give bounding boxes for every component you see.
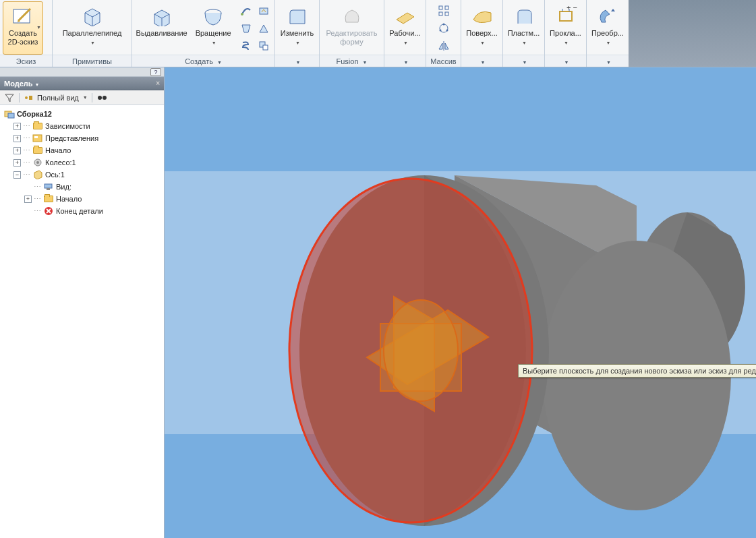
help-icon[interactable]: ?: [150, 68, 161, 76]
expander[interactable]: +: [13, 159, 21, 167]
surface-button[interactable]: Поверх...: [462, 1, 502, 55]
panel-caption-create[interactable]: Создать: [132, 55, 274, 67]
loft-icon: [240, 22, 252, 34]
browser-close-button[interactable]: ×: [156, 80, 160, 87]
expander[interactable]: +: [13, 135, 21, 142]
plastic-icon: [513, 5, 535, 28]
transform-button[interactable]: Преобр...: [587, 1, 628, 55]
svg-rect-8: [439, 12, 442, 16]
sweep-icon: [240, 5, 252, 17]
mirror-button[interactable]: [436, 38, 452, 54]
svg-rect-27: [47, 188, 50, 190]
tree-node-wheel[interactable]: +⋯Колесо:1: [1, 156, 163, 169]
plastic-button[interactable]: Пластм...: [504, 1, 544, 55]
find-icon[interactable]: [96, 93, 107, 102]
coil-button[interactable]: [238, 38, 254, 54]
panel-surface: Поверх...: [461, 0, 503, 67]
browser-titlebar[interactable]: Модель ×: [0, 77, 164, 90]
circ-array-button[interactable]: [436, 20, 452, 36]
create-2d-sketch-label: Создать 2D-эскиз: [8, 29, 38, 46]
browser-toolbar: Полный вид ▼: [0, 90, 164, 105]
panel-caption-transform[interactable]: [587, 55, 629, 67]
gasket-label: Прокла...: [550, 29, 581, 37]
gasket-button[interactable]: + − Прокла...: [546, 1, 586, 55]
svg-point-2: [241, 13, 243, 16]
model-browser: ? Модель × Полный вид ▼ Сборка12 +⋯Завис…: [0, 67, 165, 538]
revolve-label: Вращение: [196, 29, 231, 37]
filter-icon[interactable]: [4, 92, 15, 103]
tree-node-axis[interactable]: −⋯Ось:1: [1, 169, 163, 181]
edit-form-button: Редактировать форму: [322, 1, 381, 55]
loft-button[interactable]: [238, 20, 254, 36]
panel-caption-gasket[interactable]: [545, 55, 586, 67]
browser-help-bar: ?: [0, 67, 164, 77]
folder-icon: [32, 121, 43, 131]
part-icon: [32, 158, 43, 167]
expander[interactable]: +: [13, 147, 21, 154]
svg-rect-23: [34, 136, 38, 138]
svg-point-16: [25, 96, 28, 99]
svg-rect-21: [8, 113, 14, 118]
expander[interactable]: −: [13, 171, 21, 179]
create-2d-sketch-button[interactable]: Создать 2D-эскиз ▼: [3, 1, 43, 55]
work-features-button[interactable]: Рабочи...: [385, 1, 426, 55]
edit-form-label: Редактировать форму: [326, 29, 378, 46]
svg-text:+ −: + −: [566, 6, 577, 11]
revolve-button[interactable]: Вращение: [190, 1, 237, 55]
repr-icon: [32, 133, 43, 143]
3d-viewport[interactable]: Выберите плоскость для создания нового э…: [165, 67, 756, 538]
tree-node-deps[interactable]: +⋯Зависимости: [1, 120, 163, 132]
box-primitive-button[interactable]: Параллелепипед: [58, 1, 127, 55]
rib-icon: [258, 22, 270, 34]
tree-node-origin2[interactable]: +⋯Начало: [1, 193, 163, 205]
surface-label: Поверх...: [466, 29, 498, 37]
panel-caption-plastic[interactable]: [503, 55, 544, 67]
panel-caption-fusion[interactable]: Fusion: [320, 55, 384, 67]
edit-form-icon: [341, 5, 364, 28]
svg-rect-7: [445, 6, 448, 9]
tree-root[interactable]: Сборка12: [1, 108, 163, 120]
panel-work: Рабочи...: [384, 0, 426, 67]
circ-array-icon: [438, 22, 450, 34]
transform-icon: [596, 5, 619, 28]
extrude-label: Выдавливание: [136, 29, 187, 38]
derive-button[interactable]: [256, 38, 272, 54]
tree-node-view[interactable]: ⋯Вид:: [1, 181, 163, 193]
extrude-button[interactable]: Выдавливание: [135, 1, 188, 55]
panel-caption-sketch: Эскиз: [0, 55, 52, 67]
folder-icon: [32, 146, 43, 155]
assembly-icon: [4, 109, 15, 119]
expander[interactable]: +: [24, 196, 32, 203]
plastic-label: Пластм...: [508, 29, 540, 37]
tree-node-origin[interactable]: +⋯Начало: [1, 144, 163, 156]
derive-icon: [258, 40, 270, 52]
tree-node-endpart[interactable]: ⋯Конец детали: [1, 205, 163, 217]
panel-caption-work[interactable]: [384, 55, 426, 67]
panel-gasket: + − Прокла...: [545, 0, 587, 67]
svg-rect-26: [45, 184, 52, 188]
gasket-icon: + −: [554, 5, 577, 28]
folder-icon: [43, 194, 54, 204]
expander[interactable]: +: [13, 123, 21, 130]
panel-create: Выдавливание Вращение Создать: [132, 0, 275, 67]
part-icon: [32, 170, 43, 179]
revolve-icon: [202, 5, 225, 28]
svg-rect-6: [439, 6, 442, 9]
modify-button[interactable]: Изменить: [277, 1, 318, 55]
rect-array-button[interactable]: [436, 3, 452, 19]
panel-caption-surface[interactable]: [461, 55, 502, 67]
svg-point-13: [439, 29, 441, 31]
3d-model-canvas: [165, 67, 756, 538]
svg-point-25: [36, 161, 39, 164]
tree-node-repr[interactable]: +⋯Представления: [1, 132, 163, 144]
sweep-button[interactable]: [238, 3, 254, 19]
panel-caption-modify[interactable]: [275, 55, 319, 67]
svg-rect-17: [29, 96, 32, 100]
view-mode-icon[interactable]: [24, 93, 33, 102]
emboss-button[interactable]: [256, 3, 272, 19]
rect-array-icon: [438, 5, 450, 17]
view-mode-label[interactable]: Полный вид: [37, 94, 79, 102]
rib-button[interactable]: [256, 20, 272, 36]
fillet-icon: [286, 5, 309, 28]
svg-point-12: [446, 29, 448, 31]
